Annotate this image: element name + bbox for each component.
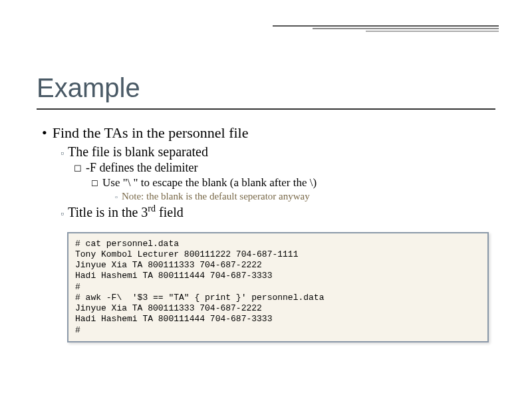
text-post: field (156, 205, 184, 219)
title-underline (37, 108, 495, 110)
bullet-square-icon: ▫ (61, 148, 64, 158)
bullet-text: Find the TAs in the personnel file (53, 124, 249, 141)
text-sup: rd (148, 203, 156, 213)
deco-line (366, 31, 499, 32)
code-block: # cat personnel.data Tony Kombol Lecture… (67, 232, 489, 342)
slide-content: Example •Find the TAs in the personnel f… (0, 0, 532, 362)
bullet-level3: ☐-F defines the delimiter (74, 161, 495, 175)
bullet-box-icon: ☐ (91, 179, 98, 188)
bullet-text: Use "\ " to escape the blank (a blank af… (102, 176, 317, 189)
bullet-text: Note: the blank is the default seperator… (122, 191, 310, 201)
bullet-level5: ▫Note: the blank is the default seperato… (115, 191, 495, 202)
bullet-level4: ☐Use "\ " to escape the blank (a blank a… (91, 176, 495, 190)
bullet-box-icon: ☐ (74, 164, 82, 174)
bullet-dot-icon: • (42, 124, 47, 141)
bullet-text: -F defines the delimiter (86, 161, 198, 174)
deco-line (273, 25, 499, 27)
bullet-text: Title is in the 3rd field (68, 205, 184, 219)
bullet-square-icon: ▫ (115, 193, 118, 201)
bullet-level2: ▫Title is in the 3rd field (61, 203, 495, 220)
bullet-level2: ▫The file is blank separated (61, 144, 495, 160)
bullet-text: The file is blank separated (68, 144, 208, 159)
slide-title: Example (37, 73, 495, 103)
bullet-square-icon: ▫ (61, 209, 64, 219)
bullet-level1: •Find the TAs in the personnel file (42, 124, 495, 142)
text-pre: Title is in the 3 (68, 205, 148, 219)
deco-line (313, 28, 499, 29)
header-decoration (273, 25, 499, 33)
